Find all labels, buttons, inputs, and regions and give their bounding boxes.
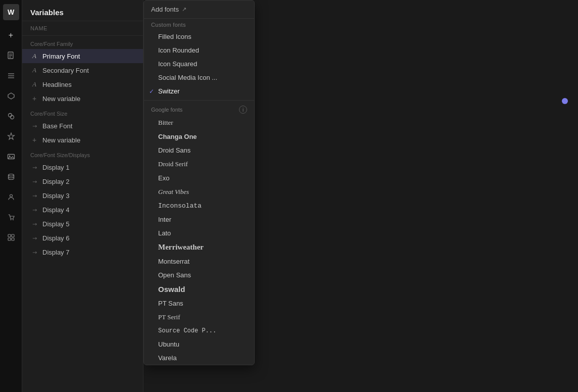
svg-rect-15: [8, 234, 11, 237]
svg-rect-16: [12, 234, 14, 237]
display1-label: Display 1: [42, 164, 69, 171]
sidebar-item-display6[interactable]: ↗ Display 6: [22, 231, 143, 245]
montserrat-label: Montserrat: [158, 258, 189, 265]
sidebar-item-headlines[interactable]: A Headlines: [22, 77, 143, 91]
dropdown-pt-serif[interactable]: PT Serif: [144, 310, 254, 324]
dropdown-droid-sans[interactable]: Droid Sans: [144, 143, 254, 157]
svg-point-12: [10, 194, 12, 197]
navigator-icon[interactable]: [2, 67, 20, 85]
display5-label: Display 5: [42, 220, 69, 228]
section-core-font-family: Core/Font Family: [22, 36, 143, 49]
sidebar-title: Variables: [22, 0, 143, 21]
app-logo[interactable]: W: [3, 4, 19, 20]
cms-icon[interactable]: [2, 168, 20, 186]
dropdown-icon-rounded[interactable]: Icon Rounded: [144, 43, 254, 57]
apps-icon[interactable]: [2, 228, 20, 247]
dropdown-bitter[interactable]: Bitter: [144, 116, 254, 130]
font-dropdown: Add fonts ↗ Custom fonts Filled Icons Ic…: [143, 0, 255, 365]
changa-one-label: Changa One: [158, 133, 197, 140]
display3-label: Display 3: [42, 192, 69, 200]
section-core-font-size: Core/Font Size: [22, 106, 143, 119]
custom-fonts-label: Custom fonts: [144, 19, 254, 30]
svg-point-11: [8, 174, 14, 176]
dropdown-open-sans[interactable]: Open Sans: [144, 268, 254, 282]
svg-point-13: [10, 219, 11, 220]
media-icon[interactable]: [2, 148, 20, 166]
arrow-icon-d1: ↗: [30, 163, 38, 171]
google-fonts-info-icon[interactable]: i: [239, 106, 247, 114]
dropdown-oswald[interactable]: Oswald: [144, 282, 254, 297]
droid-sans-label: Droid Sans: [158, 146, 190, 154]
sidebar-item-display3[interactable]: ↗ Display 3: [22, 188, 143, 203]
open-sans-label: Open Sans: [158, 271, 191, 279]
ecommerce-icon[interactable]: [2, 208, 20, 226]
pt-sans-label: PT Sans: [158, 300, 183, 307]
components-icon[interactable]: [2, 87, 20, 105]
display6-label: Display 6: [42, 234, 69, 242]
sidebar-item-secondary-font[interactable]: A Secondary Font: [22, 63, 143, 77]
dropdown-icon-squared[interactable]: Icon Squared: [144, 57, 254, 71]
selected-indicator: [562, 98, 568, 104]
icon-rounded-label: Icon Rounded: [158, 46, 199, 54]
sidebar-item-display5[interactable]: ↗ Display 5: [22, 217, 143, 231]
svg-rect-18: [12, 238, 14, 240]
dropdown-inconsolata[interactable]: Inconsolata: [144, 199, 254, 213]
sidebar-item-new-var-size[interactable]: + New variable: [22, 133, 143, 147]
styles-icon[interactable]: [2, 127, 20, 145]
checkmark-icon: ✓: [149, 88, 154, 95]
merriweather-label: Merriweather: [158, 243, 204, 252]
sidebar-item-display4[interactable]: ↗ Display 4: [22, 203, 143, 217]
google-fonts-label: Google fonts: [151, 107, 182, 113]
arrow-icon-d6: ↗: [30, 234, 38, 242]
assets-icon[interactable]: [2, 107, 20, 125]
primary-font-label: Primary Font: [42, 53, 80, 60]
add-icon[interactable]: +: [2, 26, 20, 44]
svg-rect-17: [8, 238, 11, 240]
add-fonts-button[interactable]: Add fonts ↗: [144, 1, 254, 19]
dropdown-varela[interactable]: Varela: [144, 351, 254, 365]
sidebar-item-display7[interactable]: ↗ Display 7: [22, 245, 143, 259]
dropdown-lato[interactable]: Lato: [144, 226, 254, 240]
svg-point-14: [13, 219, 14, 220]
dropdown-ubuntu[interactable]: Ubuntu: [144, 337, 254, 351]
pages-icon[interactable]: [2, 46, 20, 65]
new-variable-size-label: New variable: [42, 136, 80, 144]
svg-point-7: [8, 114, 12, 117]
source-code-label: Source Code P...: [158, 327, 216, 334]
dropdown-droid-serif[interactable]: Droid Serif: [144, 157, 254, 171]
dropdown-source-code[interactable]: Source Code P...: [144, 324, 254, 337]
sidebar-item-display2[interactable]: ↗ Display 2: [22, 174, 143, 188]
font-icon-primary: A: [30, 52, 38, 60]
great-vibes-label: Great Vibes: [158, 188, 189, 196]
icon-bar: W +: [0, 0, 22, 392]
section-core-font-size-displays: Core/Font Size/Displays: [22, 147, 143, 160]
varela-label: Varela: [158, 354, 177, 362]
column-header: Name: [22, 21, 143, 36]
add-fonts-label: Add fonts: [151, 6, 179, 13]
main-content: Add fonts ↗ Custom fonts Filled Icons Ic…: [143, 0, 578, 392]
plus-icon-font: +: [30, 94, 38, 103]
bitter-label: Bitter: [158, 119, 173, 127]
sidebar-item-new-var-font[interactable]: + New variable: [22, 91, 143, 106]
dropdown-montserrat[interactable]: Montserrat: [144, 255, 254, 268]
sidebar-item-primary-font[interactable]: A Primary Font: [22, 49, 143, 63]
filled-icons-label: Filled Icons: [158, 33, 191, 40]
dropdown-merriweather[interactable]: Merriweather: [144, 240, 254, 255]
dropdown-social-media-icon[interactable]: Social Media Icon ...: [144, 71, 254, 84]
dropdown-pt-sans[interactable]: PT Sans: [144, 297, 254, 310]
display4-label: Display 4: [42, 206, 69, 214]
sidebar-item-display1[interactable]: ↗ Display 1: [22, 160, 143, 174]
dropdown-filled-icons[interactable]: Filled Icons: [144, 30, 254, 43]
dropdown-exo[interactable]: Exo: [144, 171, 254, 185]
external-link-icon: ↗: [182, 6, 186, 13]
dropdown-changa-one[interactable]: Changa One: [144, 130, 254, 143]
members-icon[interactable]: [2, 188, 20, 206]
display2-label: Display 2: [42, 178, 69, 185]
dropdown-great-vibes[interactable]: Great Vibes: [144, 185, 254, 199]
dropdown-inter[interactable]: Inter: [144, 213, 254, 226]
base-font-label: Base Font: [42, 122, 72, 130]
arrow-icon-d3: ↗: [30, 191, 38, 200]
sidebar-item-base-font[interactable]: ↗ Base Font: [22, 119, 143, 133]
dropdown-switzer[interactable]: ✓ Switzer: [144, 84, 254, 98]
ubuntu-label: Ubuntu: [158, 340, 179, 348]
